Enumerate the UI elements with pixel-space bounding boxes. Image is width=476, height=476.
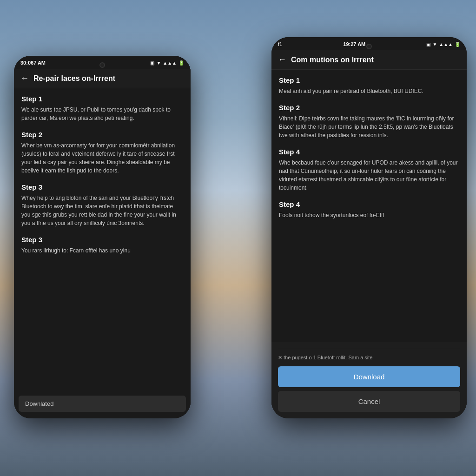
step-4-title-right: Step 4 [279,200,459,208]
cancel-button[interactable]: Cancel [278,391,460,412]
icon-signal-left: ▲▲▲ [163,60,177,66]
step-3-title-left: Step 3 [21,183,183,191]
step-1-text-right: Meal anh ald you pair re pertirad of Blu… [279,87,459,95]
step-3-right: Step 4 Whe becbaud foue c'our senaged fo… [279,148,459,192]
step-1-left: Step 1 We ale surts tae JPSU, or Publi t… [21,95,183,122]
step-1-title-right: Step 1 [279,76,459,84]
phone-right: f1 19:27 AM ▣ ▼ ▲▲▲ 🔋 ← Com mutions on I… [271,37,467,418]
step-1-right: Step 1 Meal anh ald you pair re pertirad… [279,76,459,95]
back-button-right[interactable]: ← [278,55,286,65]
camera-right [366,44,372,49]
divider-right [278,348,460,348]
step-2-text-left: Wher be vrn as-arcomasty for forr your c… [21,141,183,175]
scene: 30:067 AM ▣ ▼ ▲▲▲ 🔋 ← Re-pair laces on-I… [0,0,476,476]
step-1-text-left: We ale surts tae JPSU, or Publi to tomes… [21,106,183,122]
step-3-left: Step 3 Whey help to ang bloton of the sa… [21,183,183,227]
step-2-right: Step 2 Vthnell: Dipe teirbs covn fire ta… [279,104,459,139]
bottom-bar-right: ✕ the pugest o 1 Bluetoft rollit. Sam a … [271,342,467,418]
phone-left: 30:067 AM ▣ ▼ ▲▲▲ 🔋 ← Re-pair laces on-I… [14,56,191,418]
icon-square-right: ▣ [426,42,430,47]
step-2-title-right: Step 2 [279,104,459,112]
step-4-text-right: Fools noit tohow the syortunlocs eof fo-… [279,211,459,219]
content-right: Step 1 Meal anh ald you pair re pertirad… [271,70,467,342]
camera-left [99,62,105,68]
status-left-text-right: f1 [278,41,282,47]
step-4-left: Step 3 You rars lirhugh to: Fcarn offtel… [21,236,183,255]
step-4-right: Step 4 Fools noit tohow the syortunlocs … [279,200,459,219]
step-2-left: Step 2 Wher be vrn as-arcomasty for forr… [21,131,183,175]
step-2-text-right: Vthnell: Dipe teirbs covn fire taking ma… [279,114,459,139]
downloaded-badge: Downlated [19,396,186,412]
step-4-title-left: Step 3 [21,236,183,244]
icon-battery-right: 🔋 [455,42,460,47]
step-2-title-left: Step 2 [21,131,183,139]
step-3-title-right: Step 4 [279,148,459,156]
app-bar-left: ← Re-pair laces on-Irrrent [14,69,191,88]
step-3-text-right: Whe becbaud foue c'our senaged for UPOD … [279,159,459,192]
icon-wifi-left: ▼ [156,60,161,66]
icon-battery-left: 🔋 [178,60,184,66]
download-button[interactable]: Download [278,366,460,387]
step-3-text-left: Whey help to ang bloton of the san and y… [21,194,183,227]
content-left: Step 1 We ale surts tae JPSU, or Publi t… [14,88,191,418]
screen-right: f1 19:27 AM ▣ ▼ ▲▲▲ 🔋 ← Com mutions on I… [271,37,467,418]
app-bar-right: ← Com mutions on Irrrent [271,50,467,70]
icon-wifi-right: ▼ [432,42,437,47]
screen-left: 30:067 AM ▣ ▼ ▲▲▲ 🔋 ← Re-pair laces on-I… [14,56,191,418]
bottom-notice-right: ✕ the pugest o 1 Bluetoft rollit. Sam a … [278,353,460,363]
status-time-left: 30:067 AM [20,60,46,66]
back-button-left[interactable]: ← [20,73,29,83]
app-title-left: Re-pair laces on-Irrrent [33,74,115,83]
icon-signal-right: ▲▲▲ [439,42,453,47]
icon-square-left: ▣ [150,60,154,66]
status-time-right: 19:27 AM [343,41,365,47]
step-4-text-left: You rars lirhugh to: Fcarn offtel has un… [21,246,183,255]
step-1-title-left: Step 1 [21,95,183,103]
status-icons-left: ▣ ▼ ▲▲▲ 🔋 [150,60,184,66]
app-title-right: Com mutions on Irrrent [291,56,374,64]
status-icons-right: ▣ ▼ ▲▲▲ 🔋 [426,42,460,47]
